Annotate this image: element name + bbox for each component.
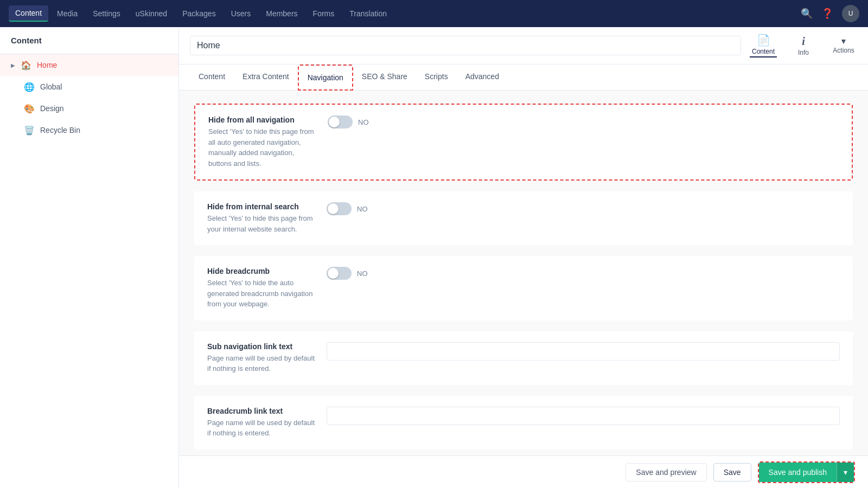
sidebar-item-design[interactable]: 🎨 Design	[0, 98, 178, 119]
hide-internal-search-toggle[interactable]	[327, 202, 352, 215]
header-action-content[interactable]: 📄 Content	[750, 34, 777, 57]
tab-scripts[interactable]: Scripts	[416, 65, 457, 90]
actions-icon: ▼	[840, 37, 847, 46]
field-hide-breadcrumb-row: Hide breadcrumb Select 'Yes' to hide the…	[207, 267, 840, 310]
header-action-info[interactable]: i Info	[790, 35, 817, 56]
field-sub-nav-link-text-row: Sub navigation link text Page name will …	[207, 342, 840, 374]
toggle-track[interactable]	[328, 115, 353, 129]
hide-all-nav-control: NO	[328, 115, 839, 129]
field-label-col: Sub navigation link text Page name will …	[207, 342, 316, 374]
field-hide-all-nav-row: Hide from all navigation Select 'Yes' to…	[208, 115, 839, 169]
breadcrumb-link-text-label: Breadcrumb link text	[207, 407, 316, 415]
sidebar-item-global[interactable]: 🌐 Global	[0, 76, 178, 98]
hide-all-nav-desc: Select 'Yes' to hide this page from all …	[208, 126, 317, 169]
toggle-track[interactable]	[327, 267, 352, 280]
nav-item-members[interactable]: Members	[259, 6, 304, 21]
nav-item-uskinned[interactable]: uSkinned	[129, 6, 174, 21]
nav-item-packages[interactable]: Packages	[176, 6, 222, 21]
nav-item-settings[interactable]: Settings	[86, 6, 127, 21]
chevron-right-icon: ▶	[11, 62, 15, 68]
sidebar-item-design-label: Design	[40, 104, 64, 113]
info-icon: i	[802, 35, 805, 48]
search-icon[interactable]: 🔍	[801, 8, 813, 20]
hide-all-nav-label: Hide from all navigation	[208, 115, 317, 124]
field-hide-internal-search-row: Hide from internal search Select 'Yes' t…	[207, 202, 840, 234]
sidebar: Content ▶ 🏠 Home 🌐 Global 🎨 Design 🗑️ Re…	[0, 27, 179, 488]
field-breadcrumb-link-text-section: Breadcrumb link text Page name will be u…	[194, 396, 853, 450]
home-icon: 🏠	[21, 60, 31, 70]
nav-item-media[interactable]: Media	[50, 6, 84, 21]
hide-breadcrumb-desc: Select 'Yes' to hide the auto generated …	[207, 278, 316, 310]
breadcrumb-link-text-input[interactable]	[327, 407, 840, 425]
sub-nav-link-text-desc: Page name will be used by default if not…	[207, 353, 316, 374]
field-hide-all-nav-section: Hide from all navigation Select 'Yes' to…	[194, 104, 853, 181]
tab-advanced[interactable]: Advanced	[457, 65, 508, 90]
field-label-col: Hide from all navigation Select 'Yes' to…	[208, 115, 317, 169]
header-actions: 📄 Content i Info ▼ Actions	[750, 34, 857, 57]
content-tabs: Content Extra Content Navigation SEO & S…	[179, 65, 868, 91]
bottom-bar: Save and preview Save Save and publish ▾	[179, 455, 868, 488]
sidebar-item-home[interactable]: ▶ 🏠 Home	[0, 54, 178, 76]
sub-nav-link-text-label: Sub navigation link text	[207, 342, 316, 351]
header-action-info-label: Info	[798, 49, 809, 56]
hide-breadcrumb-control: NO	[327, 267, 840, 280]
global-icon: 🌐	[24, 81, 35, 92]
main-content: 📄 Content i Info ▼ Actions Content Extra	[179, 27, 868, 488]
field-hide-internal-search-section: Hide from internal search Select 'Yes' t…	[194, 191, 853, 245]
sidebar-item-global-label: Global	[40, 82, 62, 91]
hide-internal-search-control: NO	[327, 202, 840, 215]
toggle-thumb	[328, 203, 339, 214]
tab-content[interactable]: Content	[190, 65, 234, 90]
nav-item-users[interactable]: Users	[225, 6, 258, 21]
main-layout: Content ▶ 🏠 Home 🌐 Global 🎨 Design 🗑️ Re…	[0, 27, 868, 488]
save-publish-dropdown-button[interactable]: ▾	[837, 463, 854, 482]
document-icon: 📄	[757, 34, 770, 47]
toggle-thumb	[329, 117, 340, 127]
hide-internal-search-desc: Select 'Yes' to hide this page from your…	[207, 213, 316, 234]
active-underline	[750, 56, 777, 57]
nav-item-content[interactable]: Content	[9, 5, 48, 22]
hide-all-nav-toggle[interactable]	[328, 115, 353, 129]
toggle-track[interactable]	[327, 202, 352, 215]
sub-nav-link-text-input[interactable]	[327, 342, 840, 361]
hide-breadcrumb-toggle[interactable]	[327, 267, 352, 280]
nav-item-translation[interactable]: Translation	[343, 6, 393, 21]
header-action-actions[interactable]: ▼ Actions	[830, 37, 857, 54]
save-preview-button[interactable]: Save and preview	[626, 463, 706, 481]
field-label-col: Hide from internal search Select 'Yes' t…	[207, 202, 316, 234]
hide-breadcrumb-value: NO	[357, 269, 368, 278]
header-action-actions-label: Actions	[833, 47, 854, 54]
field-breadcrumb-link-text-row: Breadcrumb link text Page name will be u…	[207, 407, 840, 439]
form-area: Hide from all navigation Select 'Yes' to…	[179, 91, 868, 455]
save-publish-group: Save and publish ▾	[758, 461, 855, 483]
tab-navigation[interactable]: Navigation	[298, 65, 353, 91]
top-navigation: Content Media Settings uSkinned Packages…	[0, 0, 868, 27]
hide-all-nav-value: NO	[358, 118, 369, 126]
content-header: 📄 Content i Info ▼ Actions	[179, 27, 868, 65]
help-icon[interactable]: ❓	[821, 8, 833, 20]
header-action-content-label: Content	[752, 48, 775, 55]
toggle-thumb	[328, 268, 339, 279]
user-avatar[interactable]: U	[842, 5, 859, 22]
field-sub-nav-link-text-section: Sub navigation link text Page name will …	[194, 331, 853, 385]
hide-internal-search-value: NO	[357, 205, 368, 213]
hide-breadcrumb-label: Hide breadcrumb	[207, 267, 316, 275]
breadcrumb-link-text-control	[327, 407, 840, 425]
top-nav-right: 🔍 ❓ U	[801, 5, 859, 22]
sidebar-item-home-label: Home	[37, 61, 57, 69]
sidebar-item-recycle-bin[interactable]: 🗑️ Recycle Bin	[0, 119, 178, 141]
save-publish-button[interactable]: Save and publish	[759, 463, 837, 482]
field-label-col: Breadcrumb link text Page name will be u…	[207, 407, 316, 439]
recycle-bin-icon: 🗑️	[24, 125, 35, 136]
page-title-input[interactable]	[190, 36, 741, 55]
save-button[interactable]: Save	[713, 463, 751, 481]
tab-seo-share[interactable]: SEO & Share	[353, 65, 416, 90]
field-label-col: Hide breadcrumb Select 'Yes' to hide the…	[207, 267, 316, 310]
field-hide-breadcrumb-section: Hide breadcrumb Select 'Yes' to hide the…	[194, 256, 853, 320]
tab-extra-content[interactable]: Extra Content	[234, 65, 298, 90]
sidebar-item-recycle-bin-label: Recycle Bin	[40, 126, 80, 134]
nav-item-forms[interactable]: Forms	[307, 6, 341, 21]
design-icon: 🎨	[24, 103, 35, 114]
sidebar-header: Content	[0, 27, 178, 54]
breadcrumb-link-text-desc: Page name will be used by default if not…	[207, 418, 316, 439]
